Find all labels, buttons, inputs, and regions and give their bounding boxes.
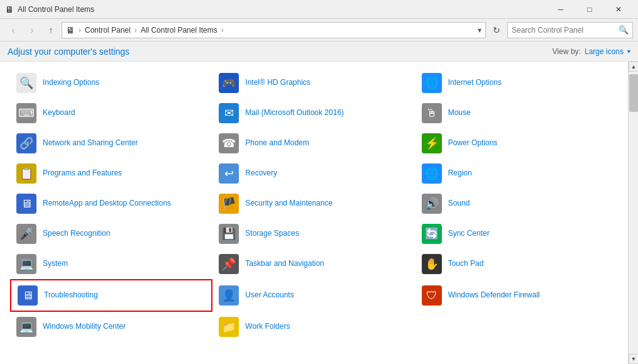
items-grid: 🔍Indexing Options🎮Intel® HD Graphics🌐Int…: [10, 68, 618, 342]
item-internet-options[interactable]: 🌐Internet Options: [415, 68, 618, 98]
troubleshooting-label: Troubleshooting: [44, 290, 98, 301]
programs-features-icon: 📋: [16, 163, 36, 184]
up-button[interactable]: ↑: [43, 22, 59, 38]
item-mail-outlook[interactable]: ✉Mail (Microsoft Outlook 2016): [212, 98, 415, 128]
item-work-folders[interactable]: 📁Work Folders: [212, 312, 415, 342]
item-recovery[interactable]: ↩Recovery: [212, 158, 415, 189]
content-wrapper: 🔍Indexing Options🎮Intel® HD Graphics🌐Int…: [0, 62, 638, 364]
user-accounts-label: User Accounts: [245, 290, 294, 301]
navbar: ‹ › ↑ 🖥 › Control Panel › All Control Pa…: [0, 19, 638, 41]
mouse-label: Mouse: [448, 108, 471, 118]
titlebar-title: All Control Panel Items: [18, 5, 94, 14]
security-maintenance-label: Security and Maintenance: [245, 199, 333, 209]
titlebar-left: 🖥 All Control Panel Items: [5, 4, 94, 14]
chevron-down-icon[interactable]: ▾: [627, 48, 630, 55]
item-windows-defender[interactable]: 🛡Windows Defender Firewall: [415, 279, 618, 312]
windows-mobility-label: Windows Mobility Center: [43, 322, 126, 332]
item-sound[interactable]: 🔊Sound: [415, 189, 618, 219]
view-by: View by: Large icons ▾: [553, 47, 630, 56]
scroll-up-button[interactable]: ▲: [629, 62, 638, 72]
item-security-maintenance[interactable]: 🏴Security and Maintenance: [212, 189, 415, 219]
internet-options-label: Internet Options: [448, 78, 502, 88]
internet-options-icon: 🌐: [422, 73, 442, 93]
intel-hd-graphics-label: Intel® HD Graphics: [245, 78, 311, 88]
network-sharing-label: Network and Sharing Center: [43, 138, 138, 148]
system-icon: 💻: [16, 254, 36, 274]
titlebar-controls: ─ □ ✕: [546, 0, 633, 19]
region-label: Region: [448, 168, 472, 179]
remoteapp-label: RemoteApp and Desktop Connections: [43, 199, 171, 209]
address-separator-1: ›: [79, 26, 81, 35]
item-phone-modem[interactable]: ☎Phone and Modem: [212, 128, 415, 158]
user-accounts-icon: 👤: [219, 285, 239, 306]
remoteapp-icon: 🖥: [16, 194, 36, 214]
scroll-down-button[interactable]: ▼: [629, 354, 638, 364]
phone-modem-label: Phone and Modem: [245, 138, 309, 148]
item-system[interactable]: 💻System: [10, 249, 212, 279]
item-mouse[interactable]: 🖱Mouse: [415, 98, 618, 128]
scrollbar: ▲ ▼: [628, 62, 638, 364]
address-icon: 🖥: [66, 25, 75, 35]
windows-defender-icon: 🛡: [422, 285, 442, 306]
item-power-options[interactable]: ⚡Power Options: [415, 128, 618, 158]
minimize-button[interactable]: ─: [546, 0, 575, 19]
item-troubleshooting[interactable]: 🖥Troubleshooting: [10, 279, 212, 312]
phone-modem-icon: ☎: [219, 133, 239, 153]
search-input[interactable]: [512, 26, 619, 35]
content-area: 🔍Indexing Options🎮Intel® HD Graphics🌐Int…: [0, 62, 628, 364]
speech-recognition-icon: 🎤: [16, 224, 36, 244]
mail-outlook-icon: ✉: [219, 103, 239, 123]
maximize-button[interactable]: □: [575, 0, 604, 19]
close-button[interactable]: ✕: [604, 0, 633, 19]
indexing-options-icon: 🔍: [16, 73, 36, 93]
sound-icon: 🔊: [422, 194, 442, 214]
troubleshooting-icon: 🖥: [18, 285, 38, 306]
item-network-sharing[interactable]: 🔗Network and Sharing Center: [10, 128, 212, 158]
sync-center-icon: 🔄: [422, 224, 442, 244]
refresh-button[interactable]: ↻: [488, 22, 505, 38]
recovery-label: Recovery: [245, 168, 277, 179]
item-speech-recognition[interactable]: 🎤Speech Recognition: [10, 219, 212, 249]
address-dropdown[interactable]: ▾: [478, 26, 481, 35]
item-region[interactable]: 🌐Region: [415, 158, 618, 189]
region-icon: 🌐: [422, 163, 442, 184]
programs-features-label: Programs and Features: [43, 168, 122, 179]
storage-spaces-icon: 💾: [219, 224, 239, 244]
item-remoteapp[interactable]: 🖥RemoteApp and Desktop Connections: [10, 189, 212, 219]
work-folders-label: Work Folders: [245, 322, 290, 332]
network-sharing-icon: 🔗: [16, 133, 36, 153]
recovery-icon: ↩: [219, 163, 239, 184]
item-taskbar-navigation[interactable]: 📌Taskbar and Navigation: [212, 249, 415, 279]
item-sync-center[interactable]: 🔄Sync Center: [415, 219, 618, 249]
windows-defender-label: Windows Defender Firewall: [448, 290, 540, 301]
address-control-panel[interactable]: Control Panel: [85, 26, 131, 35]
item-user-accounts[interactable]: 👤User Accounts: [212, 279, 415, 312]
touch-pad-icon: ✋: [422, 254, 442, 274]
search-icon[interactable]: 🔍: [619, 25, 629, 35]
touch-pad-label: Touch Pad: [448, 259, 484, 269]
system-label: System: [43, 259, 68, 269]
power-options-label: Power Options: [448, 138, 498, 148]
item-storage-spaces[interactable]: 💾Storage Spaces: [212, 219, 415, 249]
forward-button[interactable]: ›: [24, 22, 40, 38]
item-indexing-options[interactable]: 🔍Indexing Options: [10, 68, 212, 98]
sound-label: Sound: [448, 199, 470, 209]
intel-hd-graphics-icon: 🎮: [219, 73, 239, 93]
titlebar: 🖥 All Control Panel Items ─ □ ✕: [0, 0, 638, 19]
item-touch-pad[interactable]: ✋Touch Pad: [415, 249, 618, 279]
item-keyboard[interactable]: ⌨Keyboard: [10, 98, 212, 128]
item-windows-mobility[interactable]: 💻Windows Mobility Center: [10, 312, 212, 342]
mail-outlook-label: Mail (Microsoft Outlook 2016): [245, 108, 344, 118]
item-intel-hd-graphics[interactable]: 🎮Intel® HD Graphics: [212, 68, 415, 98]
titlebar-app-icon: 🖥: [5, 4, 14, 14]
search-bar: 🔍: [507, 22, 633, 38]
view-by-value[interactable]: Large icons: [585, 47, 624, 56]
address-all-items[interactable]: All Control Panel Items: [141, 26, 217, 35]
taskbar-navigation-icon: 📌: [219, 254, 239, 274]
item-programs-features[interactable]: 📋Programs and Features: [10, 158, 212, 189]
address-bar: 🖥 › Control Panel › All Control Panel It…: [62, 22, 486, 38]
back-button[interactable]: ‹: [5, 22, 21, 38]
keyboard-icon: ⌨: [16, 103, 36, 123]
scrollbar-thumb[interactable]: [629, 74, 638, 112]
work-folders-icon: 📁: [219, 317, 239, 337]
